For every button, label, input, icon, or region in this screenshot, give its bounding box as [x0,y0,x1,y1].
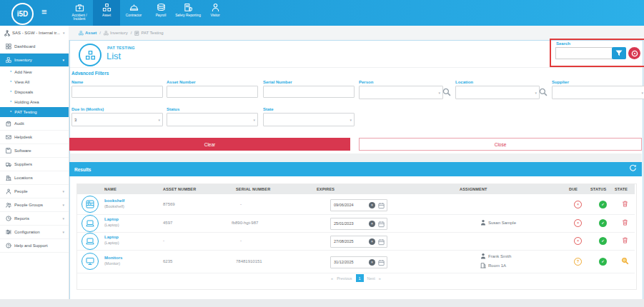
hamburger-menu-icon[interactable]: ≡ [41,7,47,16]
clear-button[interactable]: Clear [69,138,350,151]
location-filter-select[interactable]: ▾ [455,86,540,99]
dashboard-grid-icon [6,44,11,49]
audit-box-icon [6,121,11,126]
asset-name-link[interactable]: Monitors [104,256,122,260]
sidebar-item-reports[interactable]: Reports ▾ [0,212,69,226]
calendar-icon[interactable] [378,238,385,246]
calendar-icon[interactable] [378,221,385,228]
current-page-button[interactable]: 1 [356,274,364,282]
app-window: i5D ≡ Accident / Incident Asset Contract… [0,0,644,307]
search-input[interactable] [555,47,613,59]
sidebar-item-help-and-support[interactable]: Help and Support [0,239,69,253]
search-label: Search [556,41,570,46]
sidebar-item-software[interactable]: Software [0,144,69,158]
breadcrumb-inventory[interactable]: Inventory [104,31,128,36]
site-selector[interactable]: SAS - SGW - Internal tr... ▾ [0,26,69,40]
sidebar-item-people-groups[interactable]: People Groups ▾ [0,198,69,212]
expires-date-input[interactable]: 25/01/2023 × [330,218,387,230]
table-row: bookshelf (Bookshelf) 87569 - 09/06/2024… [77,194,635,215]
sidebar-item-pat-testing[interactable]: * PAT Testing [0,107,69,117]
calendar-icon[interactable] [378,202,385,209]
sidebar-item-disposals[interactable]: * Disposals [0,87,69,97]
sidebar-item-configuration[interactable]: Configuration ▾ [0,226,69,239]
person-filter-select[interactable]: ▾ [359,86,443,99]
chevron-down-icon: ▾ [158,118,160,122]
sidebar-item-helpdesk[interactable]: Helpdesk [0,131,69,144]
refresh-icon[interactable] [629,164,637,172]
assignment-person: Susan Sample [480,219,516,226]
nav-safety-reporting[interactable]: Safety Reporting [174,0,202,26]
clear-date-icon[interactable]: × [369,259,375,266]
col-state: STATE [615,187,628,191]
sidebar-item-suppliers[interactable]: Suppliers [0,158,69,171]
expires-date-input[interactable]: 09/06/2024 × [330,199,387,211]
expires-date-input[interactable]: 31/12/2025 × [330,256,387,268]
serial-number-filter-input[interactable] [263,86,355,98]
clear-date-icon[interactable]: × [369,202,375,208]
record-button[interactable] [628,47,640,59]
page-title: List [106,51,121,61]
nav-contractor[interactable]: Contractor [120,0,147,26]
chevron-down-icon: ▾ [535,91,537,95]
expires-date-input[interactable]: 27/08/2025 × [330,236,387,248]
clear-date-icon[interactable]: × [369,238,375,245]
sidebar-item-audit[interactable]: Audit [0,117,69,131]
state-filter-label: State [263,107,274,111]
next-page-link[interactable]: Next [367,276,375,281]
sidebar-item-view-all[interactable]: * View All [0,77,69,87]
asset-name-link[interactable]: bookshelf [104,198,124,203]
status-ok-icon: ✓ [599,237,607,245]
sidebar-item-holding-area[interactable]: * Holding Area [0,97,69,107]
chevron-down-icon: ▾ [62,58,64,62]
person-search-button[interactable] [442,88,451,96]
sidebar-item-locations[interactable]: Locations [0,171,69,185]
sidebar-item-add-new[interactable]: * Add New [0,67,69,77]
sidebar-item-people[interactable]: People ▾ [0,185,69,198]
nav-payroll[interactable]: Payroll [147,0,174,26]
breadcrumb-pat-testing[interactable]: PAT Testing [134,31,163,36]
delete-trash-icon[interactable] [622,218,628,226]
nav-visitor[interactable]: Visitor [202,0,229,26]
nav-label: Safety Reporting [175,14,201,17]
chevron-down-icon: ▾ [62,230,64,234]
nav-label: Accident / Incident [66,14,92,21]
close-button[interactable]: Close [359,138,642,151]
due-in-filter-select[interactable]: 3 ▾ [71,113,163,126]
name-filter-label: Name [71,80,83,84]
filter-button[interactable] [612,47,626,59]
serial-number-cell: fb890-hgt-987 [232,221,258,225]
delete-trash-icon[interactable] [622,200,628,208]
site-selector-label: SAS - SGW - Internal tr... [12,31,60,35]
inventory-boxes-icon [6,57,11,63]
supplier-filter-select[interactable]: ▾ [552,86,644,99]
clear-date-icon[interactable]: × [369,221,375,227]
nav-asset[interactable]: Asset [93,0,120,26]
sidebar-item-dashboard[interactable]: Dashboard [0,40,69,54]
serial-number-cell: - [240,202,242,206]
status-filter-select[interactable]: ▾ [167,113,258,126]
asset-crumb-icon [79,31,84,36]
due-overdue-icon: × [574,237,582,245]
configuration-sliders-icon [6,229,11,235]
location-filter-label: Location [455,80,473,84]
bullet-icon: * [10,70,11,74]
nav-accident-incident[interactable]: Accident / Incident [66,0,93,26]
asset-number-filter-input[interactable] [167,86,258,98]
status-filter-label: Status [167,107,179,111]
results-title: Results [74,167,91,172]
delete-trash-icon[interactable] [622,236,628,244]
location-search-button[interactable] [539,88,548,96]
asset-name-link[interactable]: Laptop [104,217,119,221]
sidebar-item-inventory[interactable]: Inventory ▾ [0,54,69,67]
first-aid-icon [75,3,84,13]
previous-page-link[interactable]: Previous [337,276,352,281]
chevron-down-icon: ▾ [350,118,352,122]
inspect-magnifier-icon[interactable] [621,257,629,265]
asset-boxes-icon [102,3,112,13]
calendar-icon[interactable] [378,259,385,266]
name-filter-input[interactable] [71,86,163,98]
asset-name-link[interactable]: Laptop [104,235,119,239]
funnel-icon [615,50,623,56]
state-filter-select[interactable]: ▾ [263,113,355,126]
breadcrumb-asset[interactable]: Asset [79,31,96,36]
